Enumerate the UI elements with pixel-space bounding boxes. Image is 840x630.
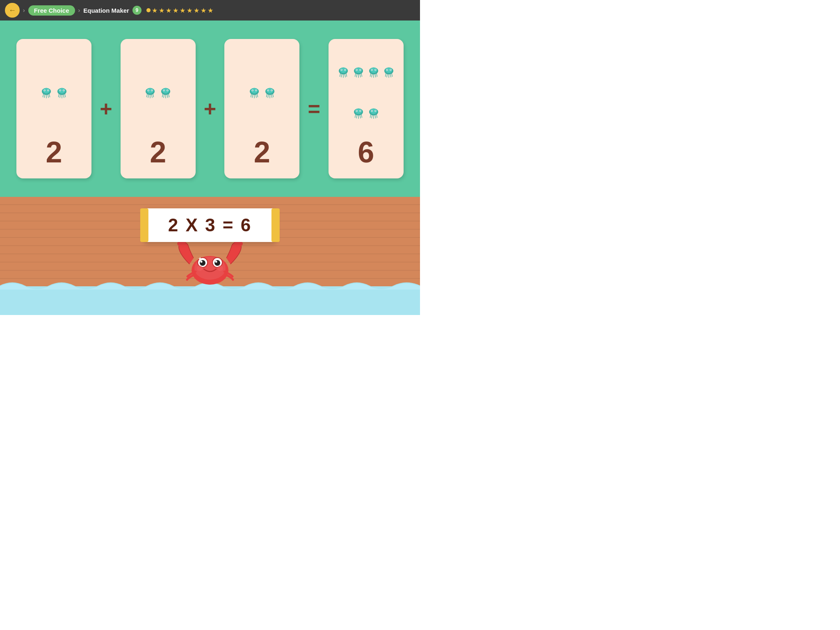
star-2-icon: ★ xyxy=(159,7,164,14)
jellyfish-r-3-icon xyxy=(367,66,381,80)
svg-point-53 xyxy=(375,69,376,70)
card-2[interactable]: 2 xyxy=(121,39,196,178)
svg-point-10 xyxy=(59,90,60,91)
level-badge: 9 xyxy=(132,6,142,15)
crab-container: ✦ xyxy=(177,235,243,290)
jellyfish-r-4-icon xyxy=(382,66,396,80)
svg-point-5 xyxy=(48,90,48,91)
star-7-icon: ★ xyxy=(194,7,199,14)
svg-point-28 xyxy=(252,90,253,91)
card-2-jellyfish-area xyxy=(143,49,173,134)
jellyfish-2-2-icon xyxy=(159,87,173,100)
wood-area: 2 X 3 = 6 xyxy=(0,197,420,315)
svg-point-52 xyxy=(372,69,372,70)
svg-text:✦: ✦ xyxy=(198,256,203,262)
card-3-number: 2 xyxy=(254,137,270,167)
breadcrumb-equation-maker: Equation Maker xyxy=(83,7,129,14)
svg-point-23 xyxy=(167,90,168,91)
svg-point-46 xyxy=(356,69,357,70)
card-1-jellyfish-area xyxy=(39,49,69,134)
svg-point-59 xyxy=(390,69,391,70)
operator-2: + xyxy=(204,96,216,121)
jellyfish-1-2-icon xyxy=(55,87,69,100)
star-4-icon: ★ xyxy=(173,7,178,14)
card-3[interactable]: 2 xyxy=(224,39,299,178)
back-button[interactable]: ← xyxy=(5,3,20,18)
svg-point-40 xyxy=(341,69,342,70)
svg-point-71 xyxy=(375,111,376,112)
star-3-icon: ★ xyxy=(166,7,171,14)
svg-point-35 xyxy=(271,90,272,91)
equation-banner: 2 X 3 = 6 xyxy=(144,208,276,242)
wave-area xyxy=(0,286,420,315)
equals-sign: = xyxy=(308,96,320,121)
svg-point-83 xyxy=(217,265,223,271)
equation-display-text: 2 X 3 = 6 xyxy=(168,215,252,235)
operator-1: + xyxy=(100,96,112,121)
jellyfish-3-2-icon xyxy=(263,87,277,100)
svg-point-81 xyxy=(215,261,217,263)
svg-point-82 xyxy=(197,265,203,271)
svg-point-41 xyxy=(345,69,345,70)
stars-container: ★ ★ ★ ★ ★ ★ ★ ★ ★ xyxy=(146,7,213,14)
star-1-icon: ★ xyxy=(152,7,158,14)
card-1[interactable]: 2 xyxy=(16,39,91,178)
jellyfish-r-2-icon xyxy=(352,66,365,80)
svg-point-64 xyxy=(356,111,357,112)
svg-point-79 xyxy=(215,260,220,266)
svg-point-22 xyxy=(164,90,164,91)
star-8-icon: ★ xyxy=(201,7,206,14)
star-5-icon: ★ xyxy=(180,7,185,14)
svg-point-70 xyxy=(372,111,372,112)
svg-point-29 xyxy=(256,90,256,91)
header: ← › Free Choice › Equation Maker 9 ★ ★ ★… xyxy=(0,0,420,21)
jellyfish-r-6-icon xyxy=(367,107,381,121)
breadcrumb-sep-1: › xyxy=(23,7,25,14)
svg-point-11 xyxy=(63,90,64,91)
result-card-number: 6 xyxy=(358,137,374,167)
jellyfish-1-1-icon xyxy=(39,87,53,100)
breadcrumb-sep-2: › xyxy=(78,7,80,14)
jellyfish-r-1-icon xyxy=(336,66,350,80)
jellyfish-r-5-icon xyxy=(352,107,365,121)
crab-icon: ✦ xyxy=(177,235,243,289)
equation-area: 2 + xyxy=(0,21,420,197)
card-1-number: 2 xyxy=(46,137,62,167)
svg-point-58 xyxy=(387,69,388,70)
result-card[interactable]: 6 xyxy=(329,39,404,178)
svg-point-47 xyxy=(360,69,361,70)
back-arrow-icon: ← xyxy=(9,6,16,15)
svg-point-16 xyxy=(148,90,149,91)
svg-point-65 xyxy=(360,111,361,112)
jellyfish-3-1-icon xyxy=(247,87,261,100)
star-6-icon: ★ xyxy=(187,7,192,14)
star-dot-icon xyxy=(146,8,151,12)
card-3-jellyfish-area xyxy=(247,49,277,134)
star-9-icon: ★ xyxy=(208,7,213,14)
svg-point-34 xyxy=(268,90,269,91)
card-2-number: 2 xyxy=(150,137,166,167)
jellyfish-2-1-icon xyxy=(143,87,157,100)
svg-point-4 xyxy=(44,90,45,91)
result-card-jellyfish-area xyxy=(335,49,397,134)
svg-point-17 xyxy=(151,90,152,91)
breadcrumb-free-choice[interactable]: Free Choice xyxy=(28,5,75,16)
